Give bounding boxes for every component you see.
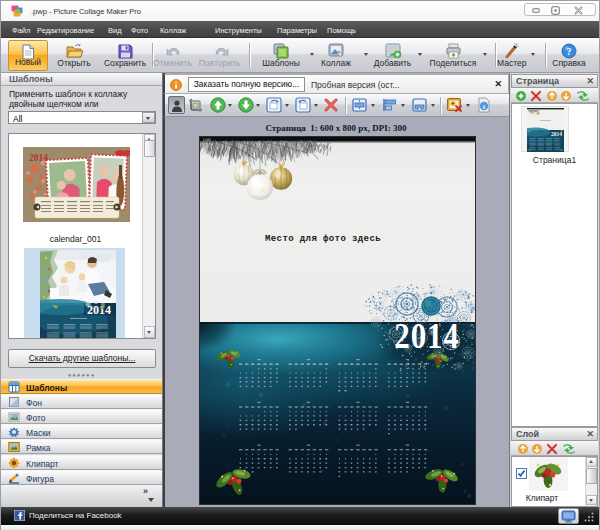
svg-text:1.000: 1.000 [203, 138, 211, 142]
svg-text:Место для фото здесь: Место для фото здесь [265, 234, 381, 244]
svg-text:2014: 2014 [394, 315, 459, 355]
svg-text:2014: 2014 [29, 153, 48, 163]
svg-text:2014: 2014 [87, 303, 111, 317]
svg-text:?: ? [567, 46, 572, 57]
svg-text:2014: 2014 [551, 131, 562, 137]
svg-text:i: i [483, 103, 485, 111]
